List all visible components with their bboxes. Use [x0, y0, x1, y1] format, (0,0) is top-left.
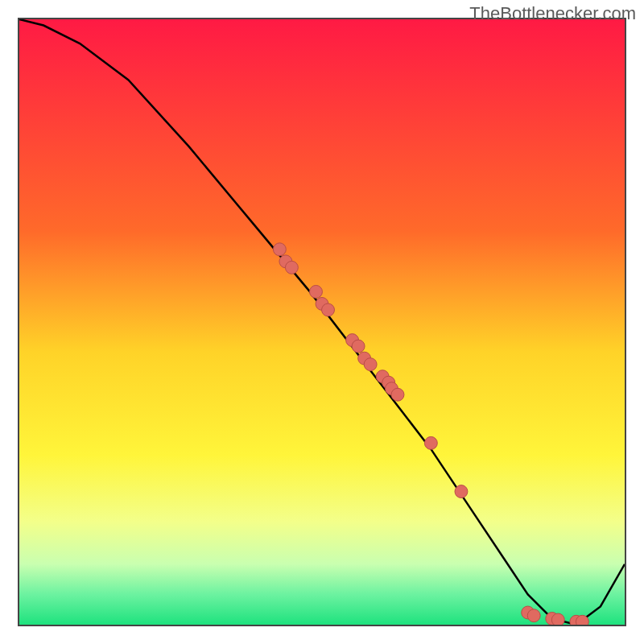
data-point: [364, 358, 377, 371]
data-point: [391, 388, 404, 401]
data-point: [273, 243, 286, 256]
plot-area: [18, 18, 626, 626]
data-point: [455, 485, 468, 498]
chart-container: TheBottlenecker.com: [0, 0, 644, 644]
data-point: [322, 303, 335, 316]
data-point: [551, 613, 564, 625]
data-point: [310, 285, 323, 298]
data-point: [285, 261, 298, 274]
watermark-label: TheBottlenecker.com: [469, 3, 636, 24]
data-point: [527, 609, 540, 622]
data-point: [352, 340, 365, 353]
data-point: [576, 615, 588, 625]
data-point: [424, 436, 437, 449]
data-points: [19, 19, 625, 625]
